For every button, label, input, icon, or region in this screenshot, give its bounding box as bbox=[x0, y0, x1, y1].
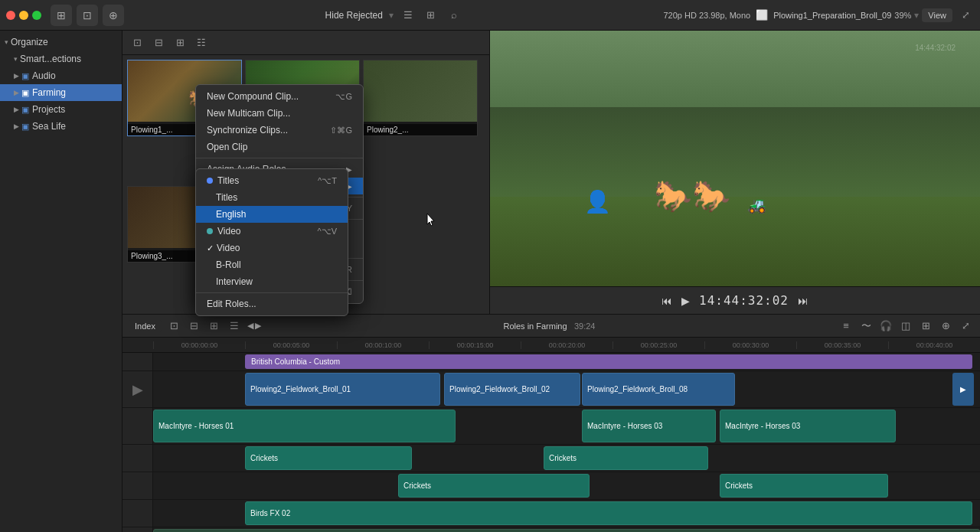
ruler-mark-3: 00:00:15:00 bbox=[429, 341, 521, 349]
audio-clip-3[interactable]: MacIntyre - Horses 03 bbox=[720, 410, 896, 442]
sidebar-item-farming[interactable]: ▶ ▣ Farming bbox=[0, 84, 122, 101]
track-row-audio1: MacIntyre - Horses 01 MacIntyre - Horses… bbox=[122, 408, 980, 445]
fullscreen-button[interactable] bbox=[32, 11, 41, 20]
top-bar: ⊞ ⊡ ⊕ Hide Rejected ▾ ☰ ⊞ ⌕ 720p HD 23.9… bbox=[0, 0, 980, 31]
headphone-icon[interactable]: 🎧 bbox=[877, 318, 894, 335]
sidebar-item-sea-life[interactable]: ▶ ▣ Sea Life bbox=[0, 118, 122, 135]
track-content-birds: Birds FX 02 bbox=[153, 500, 980, 527]
timeline-right-tools: ≡ 〜 🎧 ◫ ⊞ ⊕ ⤢ bbox=[838, 318, 974, 335]
track-header-audio1 bbox=[122, 408, 153, 444]
skip-forward-button[interactable]: ⏭ bbox=[798, 295, 808, 307]
skip-back-button[interactable]: ⏮ bbox=[662, 295, 672, 307]
video-check-icon: ✓ bbox=[207, 243, 214, 253]
timeline-ruler: 00:00:00:00 00:00:05:00 00:00:10:00 00:0… bbox=[122, 338, 980, 353]
index-tab-label[interactable]: Index bbox=[129, 320, 162, 332]
timeline-tool4-icon[interactable]: ☰ bbox=[226, 318, 243, 335]
color-icon[interactable]: ◫ bbox=[897, 318, 914, 335]
nav-back-button[interactable]: ◀ bbox=[247, 321, 253, 331]
ctx-new-multicam[interactable]: New Multicam Clip... bbox=[196, 105, 363, 122]
sub-video-item[interactable]: Video ^⌥V bbox=[196, 223, 348, 240]
sub-edit-roles-item[interactable]: Edit Roles... bbox=[196, 295, 348, 312]
grid-view-icon[interactable]: ⊞ bbox=[423, 7, 439, 24]
search-icon[interactable]: ⌕ bbox=[446, 7, 462, 24]
sub-titles-sub-item[interactable]: Titles bbox=[196, 189, 348, 206]
video-resolution: 720p HD 23.98p, Mono bbox=[663, 11, 750, 20]
clip-icon[interactable]: ⬜ bbox=[753, 7, 770, 24]
track-header-bottom bbox=[122, 527, 153, 532]
video-clip-2[interactable]: Plowing2_Fieldwork_Broll_02 bbox=[444, 373, 580, 406]
ruler-mark-4: 00:00:20:00 bbox=[521, 341, 612, 349]
projects-folder-icon: ▣ bbox=[21, 105, 29, 115]
cricket-clip-4[interactable]: Crickets bbox=[720, 474, 888, 498]
british-columbia-clip[interactable]: British Columbia - Custom bbox=[245, 354, 972, 369]
list-view-icon[interactable]: ☰ bbox=[400, 7, 416, 24]
audio-clip-1[interactable]: MacIntyre - Horses 01 bbox=[153, 410, 456, 442]
video-frame: 🐎🐎 👤 🚜 14:44:32:02 bbox=[490, 31, 980, 286]
close-button[interactable] bbox=[6, 11, 15, 20]
clip-thumb-3[interactable]: Plowing2_... bbox=[363, 60, 478, 136]
ctx-open-clip[interactable]: Open Clip bbox=[196, 139, 363, 155]
sea-life-arrow-icon: ▶ bbox=[14, 122, 19, 130]
ruler-mark-8: 00:00:40:00 bbox=[888, 341, 980, 349]
view-button[interactable]: View bbox=[922, 8, 952, 22]
ruler-mark-2: 00:00:10:00 bbox=[337, 341, 429, 349]
track-row-bottom: SS_60309 Still Life - Drops bbox=[122, 527, 980, 532]
fullscreen2-icon[interactable]: ⤢ bbox=[957, 318, 974, 335]
minimize-button[interactable] bbox=[19, 11, 28, 20]
audio-label: Audio bbox=[32, 70, 56, 81]
share-icon[interactable]: ⊕ bbox=[103, 5, 124, 26]
sidebar-item-projects[interactable]: ▶ ▣ Projects bbox=[0, 101, 122, 118]
timeline-tool2-icon[interactable]: ⊟ bbox=[186, 318, 203, 335]
ctx-new-compound-shortcut: ⌥G bbox=[335, 92, 352, 102]
ruler-mark-5: 00:00:25:00 bbox=[612, 341, 704, 349]
media-import-icon[interactable]: ⊡ bbox=[77, 5, 98, 26]
sub-edit-roles-label: Edit Roles... bbox=[207, 299, 256, 309]
sub-video-checked-item[interactable]: ✓ Video bbox=[196, 240, 348, 256]
video-clip-3[interactable]: Plowing2_Fieldwork_Broll_08 bbox=[582, 373, 735, 406]
play-button[interactable]: ▶ bbox=[681, 295, 690, 307]
zoom-in-icon[interactable]: ⊕ bbox=[937, 318, 954, 335]
sidebar-item-smart-collections[interactable]: ▾ Smart...ections bbox=[0, 51, 122, 67]
browser-tool1-icon[interactable]: ⊡ bbox=[129, 34, 145, 51]
fullscreen-icon[interactable]: ⤢ bbox=[957, 7, 974, 24]
bottom-clip[interactable]: SS_60309 Still Life - Drops bbox=[153, 529, 980, 532]
browser-tool3-icon[interactable]: ⊞ bbox=[172, 34, 188, 51]
video-clip-1[interactable]: Plowing2_Fieldwork_Broll_01 bbox=[245, 373, 440, 406]
ruler-mark-1: 00:00:05:00 bbox=[245, 341, 337, 349]
sub-english-label: English bbox=[216, 209, 246, 220]
cricket-clip-3[interactable]: Crickets bbox=[398, 474, 590, 498]
track-row-banner: British Columbia - Custom bbox=[122, 353, 980, 371]
nav-forward-button[interactable]: ▶ bbox=[255, 321, 261, 331]
track-header-video: ▶ bbox=[122, 371, 153, 407]
sub-titles-label: Titles bbox=[217, 175, 239, 186]
waveform-icon[interactable]: 〜 bbox=[858, 318, 874, 335]
ruler-mark-6: 00:00:30:00 bbox=[704, 341, 796, 349]
sidebar-item-audio[interactable]: ▶ ▣ Audio bbox=[0, 67, 122, 84]
timeline-tool1-icon[interactable]: ⊡ bbox=[166, 318, 183, 335]
traffic-lights bbox=[6, 11, 41, 20]
browser-tool2-icon[interactable]: ⊟ bbox=[150, 34, 167, 51]
ctx-new-compound[interactable]: New Compound Clip... ⌥G bbox=[196, 88, 363, 105]
audio-lanes-icon[interactable]: ≡ bbox=[838, 318, 854, 335]
audio-clip-2[interactable]: MacIntyre - Horses 03 bbox=[582, 410, 716, 442]
sub-english-item[interactable]: English bbox=[196, 206, 348, 223]
timeline-view-icon[interactable]: ⊞ bbox=[917, 318, 934, 335]
ctx-synchronize[interactable]: Synchronize Clips... ⇧⌘G bbox=[196, 122, 363, 139]
library-icon[interactable]: ⊞ bbox=[51, 5, 72, 26]
cricket-clip-2[interactable]: Crickets bbox=[544, 446, 708, 470]
hide-rejected-btn[interactable]: Hide Rejected bbox=[325, 10, 383, 21]
browser-tool4-icon[interactable]: ☷ bbox=[193, 34, 210, 51]
sub-titles-item[interactable]: Titles ^⌥T bbox=[196, 172, 348, 189]
timeline-tool3-icon[interactable]: ⊞ bbox=[206, 318, 223, 335]
cricket-clip-1[interactable]: Crickets bbox=[245, 446, 412, 470]
video-track-end-btn[interactable]: ▶ bbox=[952, 373, 974, 406]
sub-titles-sub-label: Titles bbox=[216, 192, 237, 203]
sub-broll-item[interactable]: B-Roll bbox=[196, 256, 348, 273]
zoom-level: 39% bbox=[894, 11, 911, 20]
sidebar-item-organize[interactable]: ▾ Organize bbox=[0, 34, 122, 51]
sea-life-folder-icon: ▣ bbox=[21, 122, 29, 132]
sub-interview-item[interactable]: Interview bbox=[196, 273, 348, 290]
organize-arrow-icon: ▾ bbox=[5, 38, 8, 46]
birds-clip[interactable]: Birds FX 02 bbox=[245, 501, 972, 525]
projects-arrow-icon: ▶ bbox=[14, 106, 19, 113]
